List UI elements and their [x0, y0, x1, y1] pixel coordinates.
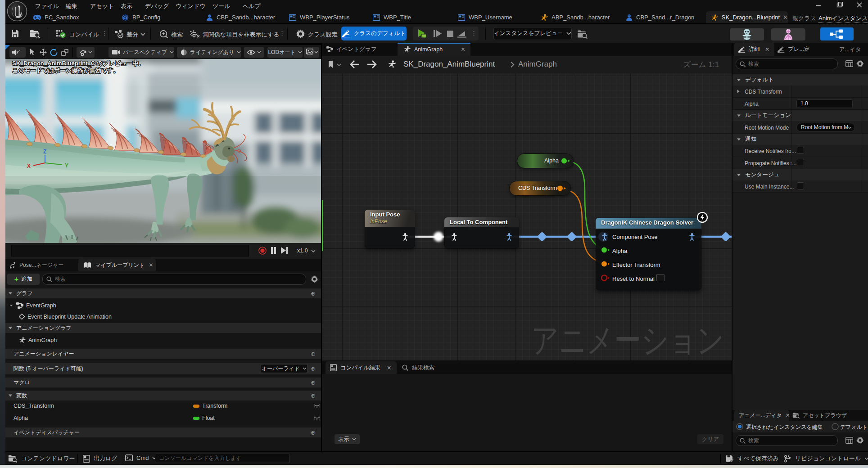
svg-text:Z: Z	[43, 148, 46, 155]
svg-text:X: X	[27, 163, 31, 169]
svg-text:SK_Dragon_AnimBlueprint_C のプレビ: SK_Dragon_AnimBlueprint_C のプレビュー中。	[12, 60, 144, 67]
svg-text:Y: Y	[65, 162, 68, 169]
svg-text:このモードではボーン操作が無効です。: このモードではボーン操作が無効です。	[12, 67, 119, 74]
